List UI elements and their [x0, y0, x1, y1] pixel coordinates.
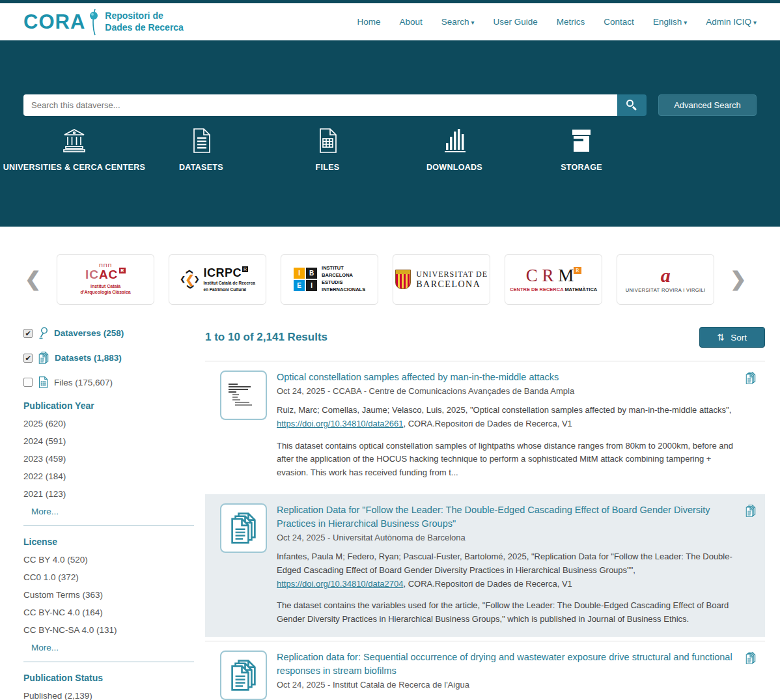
dataverse-icon [38, 327, 48, 339]
carousel-next-button[interactable]: ❯ [729, 270, 747, 289]
nav-metrics[interactable]: Metrics [557, 17, 585, 27]
facet-item-year[interactable]: 2025 (620) [23, 419, 194, 428]
facet-item-year[interactable]: 2022 (184) [23, 471, 194, 481]
registered-mark: R [574, 267, 581, 275]
main-navigation: Home About Search▾ User Guide Metrics Co… [357, 17, 757, 27]
logo-crm[interactable]: C R MR CENTRE DE RECERCA MATEMÀTICA [505, 254, 602, 305]
facet-item-year[interactable]: 2021 (123) [23, 489, 194, 499]
metric-datasets[interactable]: DATASETS [136, 128, 266, 174]
doi-link[interactable]: https://doi.org/10.34810/data2704 [277, 579, 403, 589]
search-bar: Advanced Search [23, 94, 757, 116]
result-citation: Ortiz-Rivero, Javier; Siñeriz Casado, Pa… [277, 697, 743, 700]
metric-universities[interactable]: UNIVERSITIES & CERCA CENTERS [3, 128, 146, 174]
result-card-highlighted: Replication Data for "Follow the Leader:… [205, 494, 765, 637]
results-count: 1 to 10 of 2,141 Results [205, 331, 327, 344]
checkbox-unchecked-icon[interactable] [23, 378, 33, 387]
files-icon [318, 128, 337, 154]
result-date-line: Oct 24, 2025 - Institut Català de Recerc… [277, 680, 743, 690]
doi-link[interactable]: https://doi.org/10.34810/data2661 [277, 419, 403, 428]
logo-icac[interactable]: ΠΠΠ ICACR Institut Catalàd'Arqueologia C… [57, 254, 154, 305]
cora-sphere-icon [88, 8, 100, 36]
registered-mark: R [119, 268, 126, 273]
divider [23, 525, 194, 526]
facet-item-license[interactable]: CC BY-NC 4.0 (164) [23, 608, 194, 617]
facet-header-license: License [23, 537, 194, 547]
facet-item-year[interactable]: 2023 (459) [23, 454, 194, 464]
facet-more-licenses[interactable]: More... [31, 643, 194, 652]
result-title-link[interactable]: Replication Data for "Follow the Leader:… [277, 503, 736, 531]
nav-search[interactable]: Search▾ [441, 17, 475, 27]
facet-type-dataverses[interactable]: ✔ Dataverses (258) [23, 327, 194, 339]
dataset-type-icon [745, 372, 756, 387]
metrics-row: UNIVERSITIES & CERCA CENTERS DATASETS FI… [0, 128, 780, 212]
facet-header-publication-year: Publication Year [23, 400, 194, 411]
facet-item-year[interactable]: 2024 (591) [23, 436, 194, 446]
results-header: 1 to 10 of 2,141 Results ⇅ Sort [205, 327, 765, 348]
brand-tagline: Repositori de Dades de Recerca [105, 10, 184, 33]
hero-banner: Advanced Search UNIVERSITIES & CERCA CEN… [0, 40, 780, 227]
result-citation: Infantes, Paula M; Federo, Ryan; Pascual… [277, 550, 743, 591]
result-date-line: Oct 24, 2025 - Universitat Autònoma de B… [277, 533, 743, 542]
dataset-type-icon [745, 652, 756, 667]
facet-header-publication-status: Publication Status [23, 673, 194, 683]
downloads-chart-icon [441, 128, 468, 154]
result-card: Replication data for: Sequential occurre… [205, 641, 765, 700]
metric-downloads[interactable]: DOWNLOADS [389, 128, 520, 174]
dataset-stack-icon [230, 512, 257, 544]
urv-script-icon: a [661, 264, 671, 286]
facet-item-status[interactable]: Published (2,139) [23, 691, 194, 700]
logo-universitat-barcelona[interactable]: UNIVERSITAT DE BARCELONA [393, 254, 490, 305]
facet-type-files[interactable]: Files (175,607) [23, 376, 194, 388]
facet-item-license[interactable]: CC0 1.0 (372) [23, 572, 194, 582]
metric-files[interactable]: FILES [262, 128, 393, 174]
result-card: Optical constellation samples affected b… [205, 361, 765, 490]
datasets-icon [191, 128, 211, 154]
divider [23, 662, 194, 662]
advanced-search-button[interactable]: Advanced Search [658, 94, 757, 116]
result-title-link[interactable]: Replication data for: Sequential occurre… [277, 651, 736, 678]
facet-type-datasets[interactable]: ✔ Datasets (1,883) [23, 352, 194, 364]
sort-arrows-icon: ⇅ [717, 332, 725, 343]
nav-user-guide[interactable]: User Guide [494, 17, 538, 27]
facet-more-years[interactable]: More... [31, 507, 194, 516]
nav-language[interactable]: English▾ [653, 17, 687, 27]
caret-down-icon: ▾ [471, 19, 475, 26]
logo-icrpc[interactable]: ❮❮❮❯❮ ICRPCR Institut Català de Recercae… [169, 254, 266, 305]
checkbox-checked-icon[interactable]: ✔ [23, 329, 33, 338]
ub-crest-icon [395, 270, 411, 289]
result-title-link[interactable]: Optical constellation samples affected b… [277, 371, 736, 384]
result-citation: Ruiz, Marc; Comellas, Jaume; Velasco, Lu… [277, 404, 743, 431]
search-icon [626, 100, 634, 107]
facet-item-license[interactable]: CC BY-NC-SA 4.0 (131) [23, 625, 194, 635]
brand-logo[interactable]: CORA Repositori de Dades de Recerca [23, 8, 184, 36]
facet-item-license[interactable]: Custom Terms (363) [23, 590, 194, 600]
university-icon [61, 128, 87, 154]
logo-ibei[interactable]: IBEI INSTITUTBARCELONA ESTUDISINTERNACIO… [281, 254, 378, 305]
dataset-thumbnail[interactable] [220, 503, 267, 553]
sort-button[interactable]: ⇅ Sort [699, 327, 766, 348]
partner-logo-carousel: ❮ ΠΠΠ ICACR Institut Catalàd'Arqueologia… [0, 227, 780, 305]
dataset-thumbnail-preview[interactable] [220, 371, 267, 420]
metric-storage[interactable]: STORAGE [516, 128, 647, 174]
nav-admin[interactable]: Admin ICIQ▾ [706, 17, 757, 27]
icrpc-arrows-icon: ❮❮❮❯❮ [180, 270, 199, 289]
nav-contact[interactable]: Contact [604, 17, 634, 27]
registered-mark: R [242, 266, 248, 272]
checkbox-checked-icon[interactable]: ✔ [23, 354, 33, 363]
facet-item-license[interactable]: CC BY 4.0 (520) [23, 555, 194, 565]
nav-home[interactable]: Home [357, 17, 380, 27]
dataset-stack-icon [230, 660, 257, 691]
result-description: This dataset contains optical constellat… [277, 440, 743, 480]
caret-down-icon: ▾ [684, 19, 687, 26]
search-button[interactable] [617, 94, 647, 116]
search-input[interactable] [23, 94, 617, 116]
main-content: ✔ Dataverses (258) ✔ Datasets (1,883) Fi… [0, 327, 780, 700]
ibei-squares-icon: IBEI [294, 268, 317, 291]
dataset-thumbnail[interactable] [220, 651, 267, 700]
nav-about[interactable]: About [399, 17, 422, 27]
carousel-prev-button[interactable]: ❮ [23, 270, 42, 289]
file-table-icon [38, 376, 48, 388]
logo-urv[interactable]: a UNIVERSITAT ROVIRA I VIRGILI [617, 254, 714, 305]
document-preview-icon [229, 384, 258, 407]
top-navbar: CORA Repositori de Dades de Recerca Home… [0, 3, 780, 40]
